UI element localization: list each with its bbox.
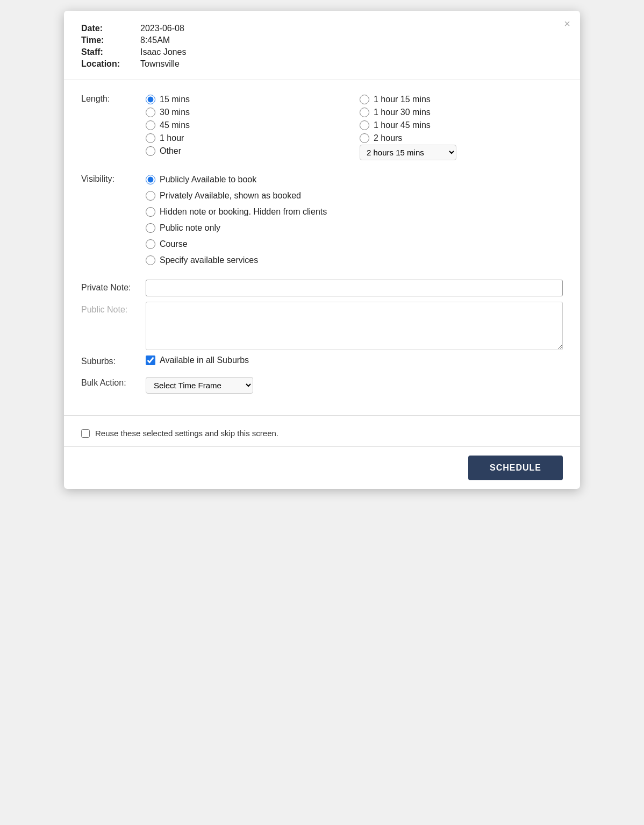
bulk-action-row: Bulk Action: Select Time Frame This week…: [81, 377, 563, 394]
length-option-1h15[interactable]: 1 hour 15 mins: [360, 93, 563, 106]
length-radio-15mins[interactable]: [146, 95, 155, 104]
length-radio-1h45[interactable]: [360, 120, 369, 130]
visibility-option-public[interactable]: Publicly Available to book: [146, 173, 563, 186]
public-note-row: Public Note:: [81, 302, 563, 350]
staff-value: Isaac Jones: [140, 47, 563, 57]
other-row: Other: [146, 145, 349, 158]
visibility-radio-private[interactable]: [146, 191, 155, 201]
length-radio-2hours[interactable]: [360, 133, 369, 143]
length-label-30mins: 30 mins: [160, 108, 190, 117]
visibility-label-specify: Specify available services: [160, 255, 258, 265]
visibility-option-specify[interactable]: Specify available services: [146, 254, 563, 267]
visibility-option-hidden[interactable]: Hidden note or booking. Hidden from clie…: [146, 205, 563, 218]
visibility-label-public: Publicly Available to book: [160, 175, 256, 184]
visibility-label-hidden: Hidden note or booking. Hidden from clie…: [160, 207, 327, 217]
schedule-dialog: × Date: 2023-06-08 Time: 8:45AM Staff: I…: [64, 11, 580, 489]
visibility-label-course: Course: [160, 239, 188, 249]
visibility-option-course[interactable]: Course: [146, 238, 563, 251]
visibility-radio-public-note[interactable]: [146, 223, 155, 233]
divider-reuse: [64, 415, 580, 416]
length-label-1hour: 1 hour: [160, 133, 184, 143]
suburbs-row: Suburbs: Available in all Suburbs: [81, 355, 563, 366]
length-option-1h30[interactable]: 1 hour 30 mins: [360, 106, 563, 119]
visibility-radio-hidden[interactable]: [146, 207, 155, 217]
other-duration-select[interactable]: 2 hours 15 mins 2 hours 30 mins 2 hours …: [360, 145, 456, 160]
suburbs-checkbox-label[interactable]: Available in all Suburbs: [146, 355, 563, 365]
public-note-label: Public Note:: [81, 302, 146, 315]
length-option-45mins[interactable]: 45 mins: [146, 119, 349, 132]
location-value: Townsville: [140, 59, 563, 69]
visibility-label-private: Privately Available, shown as booked: [160, 191, 301, 201]
bulk-action-label: Bulk Action:: [81, 377, 146, 388]
length-radio-1h15[interactable]: [360, 95, 369, 104]
location-label: Location:: [81, 59, 140, 69]
staff-label: Staff:: [81, 47, 140, 57]
header-grid: Date: 2023-06-08 Time: 8:45AM Staff: Isa…: [81, 24, 563, 69]
reuse-checkbox[interactable]: [81, 429, 90, 438]
time-value: 8:45AM: [140, 35, 563, 45]
length-label-1h45: 1 hour 45 mins: [374, 120, 431, 130]
length-label-45mins: 45 mins: [160, 120, 190, 130]
public-note-textarea[interactable]: [146, 302, 563, 350]
length-label-1h30: 1 hour 30 mins: [374, 108, 431, 117]
private-note-label: Private Note:: [81, 280, 146, 293]
suburbs-label: Suburbs:: [81, 355, 146, 366]
length-label-other: Other: [160, 146, 181, 156]
visibility-label: Visibility:: [81, 173, 146, 184]
private-note-input[interactable]: [146, 280, 563, 296]
schedule-button[interactable]: SCHEDULE: [468, 456, 563, 480]
length-radio-45mins[interactable]: [146, 120, 155, 130]
length-label-15mins: 15 mins: [160, 95, 190, 104]
length-label: Length:: [81, 93, 146, 104]
visibility-label-public-note: Public note only: [160, 223, 220, 233]
length-radio-1h30[interactable]: [360, 108, 369, 117]
visibility-option-public-note[interactable]: Public note only: [146, 222, 563, 234]
date-label: Date:: [81, 24, 140, 33]
reuse-label: Reuse these selected settings and skip t…: [95, 429, 278, 438]
suburbs-checkbox-text: Available in all Suburbs: [160, 355, 249, 365]
length-option-other[interactable]: Other: [146, 145, 181, 158]
time-label: Time:: [81, 35, 140, 45]
visibility-list: Publicly Available to book Privately Ava…: [146, 173, 563, 267]
length-label-2hours: 2 hours: [374, 133, 402, 143]
length-row: Length: 15 mins 30 mins: [81, 93, 563, 160]
length-option-2hours[interactable]: 2 hours: [360, 132, 563, 145]
suburbs-checkbox[interactable]: [146, 355, 155, 365]
length-grid: 15 mins 30 mins 45 mins 1 hour: [146, 93, 563, 160]
visibility-radio-public[interactable]: [146, 175, 155, 184]
length-label-1h15: 1 hour 15 mins: [374, 95, 431, 104]
length-radio-30mins[interactable]: [146, 108, 155, 117]
length-col1: 15 mins 30 mins 45 mins 1 hour: [146, 93, 349, 160]
length-radio-other[interactable]: [146, 146, 155, 156]
date-value: 2023-06-08: [140, 24, 563, 33]
bulk-action-content: Select Time Frame This week This month N…: [146, 377, 563, 394]
visibility-row: Visibility: Publicly Available to book P…: [81, 173, 563, 267]
footer-section: SCHEDULE: [64, 446, 580, 489]
length-content: 15 mins 30 mins 45 mins 1 hour: [146, 93, 563, 160]
reuse-row: Reuse these selected settings and skip t…: [64, 420, 580, 446]
close-button[interactable]: ×: [564, 18, 570, 29]
header-section: Date: 2023-06-08 Time: 8:45AM Staff: Isa…: [64, 11, 580, 80]
visibility-option-private[interactable]: Privately Available, shown as booked: [146, 189, 563, 202]
length-option-30mins[interactable]: 30 mins: [146, 106, 349, 119]
visibility-radio-course[interactable]: [146, 239, 155, 249]
length-option-1hour[interactable]: 1 hour: [146, 132, 349, 145]
length-radio-1hour[interactable]: [146, 133, 155, 143]
body-section: Length: 15 mins 30 mins: [64, 80, 580, 411]
private-note-row: Private Note:: [81, 280, 563, 296]
length-col2: 1 hour 15 mins 1 hour 30 mins 1 hour 45 …: [360, 93, 563, 160]
bulk-action-select[interactable]: Select Time Frame This week This month N…: [146, 377, 253, 394]
visibility-radio-specify[interactable]: [146, 255, 155, 265]
length-option-15mins[interactable]: 15 mins: [146, 93, 349, 106]
length-option-1h45[interactable]: 1 hour 45 mins: [360, 119, 563, 132]
